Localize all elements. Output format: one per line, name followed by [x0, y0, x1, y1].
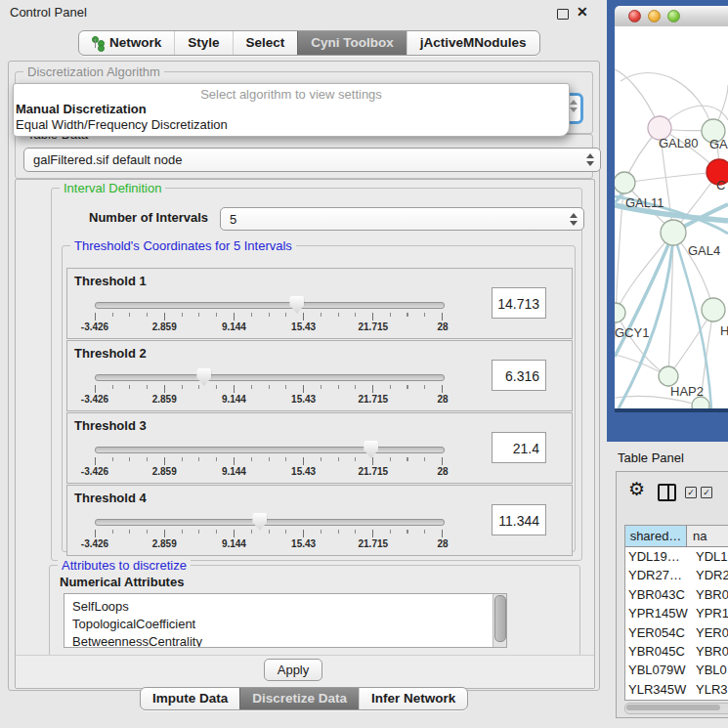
combo-up-arrow-icon [570, 213, 578, 218]
threshold-value-field[interactable]: 6.316 [492, 360, 546, 391]
table-row[interactable]: YPR145WYPR1 [625, 604, 728, 622]
tick-label: 2.859 [152, 321, 177, 332]
attribute-list-item[interactable]: TopologicalCoefficient [64, 616, 506, 633]
tick-label: 21.715 [359, 394, 389, 405]
node-label: GAL80 [659, 136, 698, 150]
numerical-attributes-label: Numerical Attributes [60, 575, 184, 589]
node-table: shared… na YDL19…YDL1YDR27…YDR2YBR043CYB… [624, 525, 728, 701]
table-horizontal-scrollbar[interactable] [624, 703, 728, 714]
tick-label: 28 [437, 394, 448, 405]
discretization-algorithm-group-title: Discretization Algorithm [23, 64, 164, 79]
threshold-slider[interactable] [95, 374, 445, 381]
table-row[interactable]: YBL079WYBL0 [625, 661, 728, 679]
network-window-titlebar[interactable] [615, 6, 728, 27]
threshold-slider[interactable] [95, 302, 445, 309]
combo-up-arrow-icon [570, 100, 578, 105]
combo-down-arrow-icon [586, 161, 594, 166]
attribute-list-item[interactable]: BetweennessCentrality [64, 633, 506, 648]
network-node-h[interactable] [702, 298, 725, 321]
tab-jactivemnodules[interactable]: jActiveMNodules [407, 31, 539, 55]
table-data-combobox[interactable]: galFiltered.sif default node [23, 148, 601, 172]
threshold-slider[interactable] [95, 519, 445, 526]
tick-label: 28 [437, 538, 448, 549]
network-tree-icon [92, 36, 105, 50]
attributes-group: Attributes to discretize Numerical Attri… [49, 565, 580, 657]
network-node-gcy1[interactable] [615, 303, 625, 322]
slider-handle[interactable] [252, 513, 267, 531]
number-of-intervals-combobox[interactable]: 5 [220, 207, 584, 231]
attribute-list-item[interactable]: SelfLoops [64, 598, 506, 616]
threshold-label: Threshold 2 [74, 346, 147, 361]
node-label: GAL4 [688, 243, 720, 258]
column-header-name[interactable]: na [687, 526, 728, 546]
checkbox-icon[interactable]: ✓ [701, 487, 712, 498]
tick-label: 9.144 [222, 538, 246, 549]
threshold-value-field[interactable]: 14.713 [492, 287, 546, 319]
algorithm-option-equal-width[interactable]: Equal Width/Frequency Discretization [14, 117, 569, 133]
thresholds-group: Threshold's Coordinates for 5 Intervals … [62, 245, 576, 552]
checkbox-icon[interactable]: ✓ [685, 487, 697, 498]
tab-impute-data[interactable]: Impute Data [141, 688, 239, 709]
tick-label: -3.426 [81, 466, 108, 477]
network-view-window: GAL80GACGAL11GAL4GCY1HHAP2 [607, 0, 728, 442]
threshold-slider[interactable] [95, 447, 445, 453]
tab-infer-network[interactable]: Infer Network [359, 688, 467, 709]
table-row[interactable]: YLR345WYLR3 [625, 680, 728, 699]
tick-label: 21.715 [359, 466, 389, 477]
combo-up-arrow-icon [586, 153, 594, 158]
table-row[interactable]: YDR27…YDR2 [625, 566, 728, 584]
float-window-icon[interactable] [557, 9, 569, 20]
network-canvas[interactable]: GAL80GACGAL11GAL4GCY1HHAP2 [615, 26, 728, 408]
apply-button[interactable]: Apply [264, 659, 322, 681]
threshold-value-field[interactable]: 21.4 [492, 432, 546, 463]
combo-down-arrow-icon [570, 221, 578, 226]
tick-label: 28 [437, 466, 448, 477]
table-data-group: Table Data galFiltered.sif default node [15, 134, 593, 179]
network-window-frame-edge [615, 408, 728, 412]
threshold-box-1: Threshold 1-3.4262.8599.14415.4321.71528… [66, 268, 573, 339]
slider-handle[interactable] [196, 368, 211, 386]
tick-label: 15.43 [291, 538, 316, 549]
scrollbar-thumb[interactable] [626, 705, 720, 710]
tab-style[interactable]: Style [174, 31, 232, 55]
tab-network[interactable]: Network [79, 31, 174, 55]
attributes-scrollbar[interactable] [492, 594, 506, 647]
node-label: GAL11 [625, 195, 664, 210]
tab-cyni-toolbox[interactable]: Cyni Toolbox [297, 31, 407, 55]
table-header-row: shared… na [625, 526, 728, 547]
network-graph: GAL80GACGAL11GAL4GCY1HHAP2 [615, 26, 728, 408]
tab-select[interactable]: Select [233, 31, 298, 55]
algorithm-option-manual[interactable]: Manual Discretization [14, 102, 569, 117]
slider-handle[interactable] [364, 441, 378, 458]
table-panel: ⚙ ✓ ✓ shared… na YDL19…YDL1YDR27…YDR2YBR… [616, 471, 728, 718]
tick-label: 21.715 [359, 321, 389, 332]
table-row[interactable]: YBR043CYBR0 [625, 585, 728, 604]
table-row[interactable]: YER054CYER0 [625, 623, 728, 642]
tab-discretize-data[interactable]: Discretize Data [239, 688, 359, 709]
threshold-value-field[interactable]: 11.344 [492, 504, 546, 535]
tick-label: 2.859 [152, 538, 177, 549]
slider-handle[interactable] [289, 296, 304, 314]
node-label: H [720, 323, 728, 338]
table-row[interactable]: YBR045CYBR0 [625, 642, 728, 661]
tick-label: -3.426 [81, 321, 108, 332]
threshold-box-4: Threshold 4-3.4262.8599.14415.4321.71528… [66, 485, 573, 556]
zoom-traffic-light-icon[interactable] [667, 10, 680, 22]
network-node[interactable] [692, 397, 709, 408]
network-node-gal11[interactable] [615, 172, 635, 193]
gear-icon[interactable]: ⚙ [628, 480, 645, 498]
app-root: Control Panel ✕ Network Style Select Cyn… [0, 0, 728, 728]
network-node-gal4[interactable] [661, 220, 686, 245]
number-of-intervals-label: Number of Intervals [89, 210, 208, 225]
close-icon[interactable]: ✕ [577, 4, 588, 20]
minimize-traffic-light-icon[interactable] [648, 10, 661, 22]
table-row[interactable]: YDL19…YDL1 [625, 547, 728, 566]
close-traffic-light-icon[interactable] [628, 10, 641, 22]
column-header-shared-name[interactable]: shared… [625, 526, 687, 546]
table-row[interactable]: YIL053CYIL0 [625, 699, 728, 701]
split-column-icon[interactable] [658, 484, 676, 501]
tick-label: -3.426 [81, 538, 108, 549]
network-node-hap2[interactable] [659, 366, 678, 386]
tick-label: 9.144 [222, 466, 246, 477]
scrollbar-thumb[interactable] [494, 595, 506, 642]
